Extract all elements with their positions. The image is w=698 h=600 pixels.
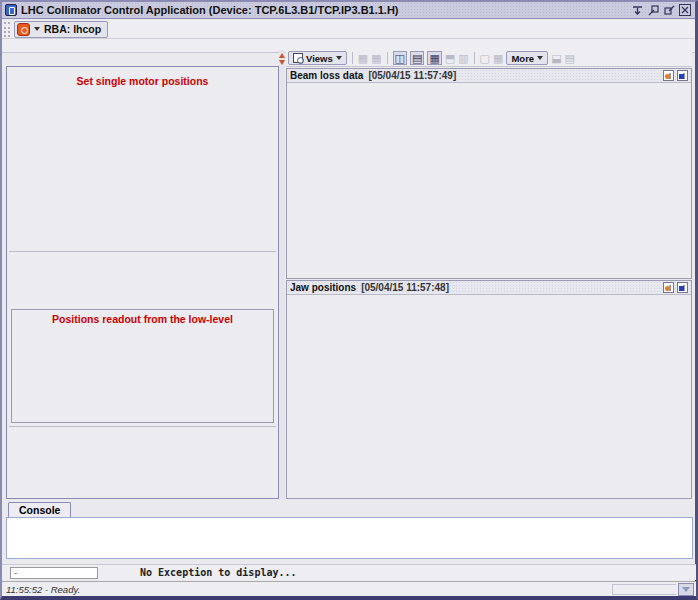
- more-button-label: More: [511, 53, 534, 64]
- chart-settings-icon[interactable]: [663, 70, 674, 81]
- maximize-icon[interactable]: [662, 4, 676, 17]
- toolbar-grip[interactable]: [4, 22, 10, 37]
- jaw-positions-chart-header: Jaw positions [05/04/15 11:57:48]: [287, 281, 691, 295]
- readout-heading: Positions readout from the low-level: [12, 313, 273, 325]
- print-icon: ▤: [565, 52, 575, 64]
- frame-icon: ▢: [480, 52, 490, 64]
- table-icon: ▦: [493, 52, 503, 64]
- status-dropdown-button[interactable]: [678, 583, 694, 596]
- layout-grid-icon: ▦: [358, 52, 368, 64]
- splitter-expand-left-icon[interactable]: [279, 53, 285, 58]
- export-icon: ⬓: [551, 52, 561, 64]
- splitter-expand-right-icon[interactable]: [279, 60, 285, 65]
- motor-heading: Set single motor positions: [7, 75, 278, 87]
- rba-icon: [17, 23, 30, 36]
- jaw-positions-chart-panel: Jaw positions [05/04/15 11:57:48]: [286, 280, 692, 499]
- chart-sync-icon[interactable]: [677, 70, 688, 81]
- chart-timestamp: [05/04/15 11:57:48]: [361, 282, 449, 293]
- chart-timestamp: [05/04/15 11:57:49]: [368, 70, 456, 81]
- jaw-positions-plot[interactable]: [287, 295, 691, 498]
- layout-grid2-icon: ▦: [371, 52, 381, 64]
- more-button[interactable]: More: [506, 51, 548, 65]
- divider: [9, 426, 276, 427]
- toolbar-separator: [474, 52, 475, 64]
- chevron-down-icon: [336, 56, 342, 60]
- chevron-down-icon: [537, 56, 543, 60]
- rba-button[interactable]: RBA: lhcop: [14, 21, 108, 38]
- jaw-corners-panel: Set single motor positions Positions rea…: [6, 66, 279, 499]
- readout-box: Positions readout from the low-level: [11, 309, 274, 423]
- restore-icon[interactable]: [646, 4, 660, 17]
- views-icon: [293, 53, 303, 63]
- status-text: 11:55:52 - Ready.: [2, 584, 612, 595]
- copy-view-icon: ⬒: [445, 52, 455, 64]
- exception-text: No Exception to display...: [140, 567, 297, 578]
- paste-view-icon: ▥: [458, 52, 468, 64]
- exception-row: - No Exception to display...: [2, 564, 696, 580]
- views-button[interactable]: Views: [288, 51, 347, 65]
- split-grid-icon[interactable]: ▦: [427, 51, 441, 65]
- beam-loss-plot[interactable]: [287, 83, 691, 278]
- application-window: LHC Collimator Control Application (Devi…: [0, 0, 698, 600]
- vertical-splitter[interactable]: [279, 50, 285, 499]
- chevron-down-icon: [682, 587, 690, 592]
- exception-field[interactable]: -: [10, 567, 98, 579]
- chart-settings-icon[interactable]: [663, 282, 674, 293]
- divider: [9, 251, 276, 252]
- chevron-down-icon: [34, 27, 40, 31]
- split-horizontal-icon[interactable]: ▤: [410, 51, 424, 65]
- tab-console[interactable]: Console: [8, 502, 71, 517]
- toolbar-separator: [387, 52, 388, 64]
- chart-title: Jaw positions: [290, 282, 356, 293]
- shade-icon[interactable]: [630, 4, 644, 17]
- toolbar-separator: [352, 52, 353, 64]
- views-button-label: Views: [306, 53, 333, 64]
- chart-sync-icon[interactable]: [677, 282, 688, 293]
- status-cell: [612, 584, 676, 595]
- left-tabs: [6, 50, 279, 66]
- console-output[interactable]: [6, 517, 693, 559]
- window-title: LHC Collimator Control Application (Devi…: [21, 4, 399, 16]
- views-toolbar: Views ▦ ▦ ◫ ▤ ▦ ⬒ ▥ ▢ ▦ More ⬓ ▤: [286, 50, 692, 67]
- app-icon: [5, 4, 17, 16]
- title-bar[interactable]: LHC Collimator Control Application (Devi…: [2, 2, 695, 19]
- close-icon[interactable]: [678, 4, 692, 17]
- status-bar: 11:55:52 - Ready.: [2, 581, 696, 596]
- beam-loss-chart-panel: Beam loss data [05/04/15 11:57:49]: [286, 68, 692, 279]
- split-vertical-icon[interactable]: ◫: [393, 51, 407, 65]
- rba-label: RBA: lhcop: [44, 23, 101, 35]
- chart-title: Beam loss data: [290, 70, 363, 81]
- beam-loss-chart-header: Beam loss data [05/04/15 11:57:49]: [287, 69, 691, 83]
- rba-toolbar: RBA: lhcop: [2, 20, 695, 39]
